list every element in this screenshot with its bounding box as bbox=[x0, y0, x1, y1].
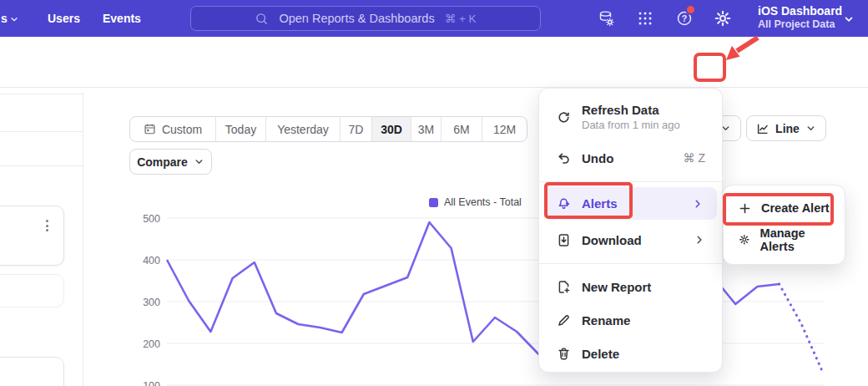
report-header bbox=[0, 37, 868, 88]
menu-divider bbox=[539, 263, 722, 264]
report-options-menu: Refresh Data Data from 1 min ago Undo ⌘ … bbox=[538, 88, 723, 373]
sidebar-row-divider bbox=[0, 131, 83, 132]
apps-grid-icon[interactable] bbox=[636, 9, 654, 28]
pencil-icon bbox=[557, 313, 571, 328]
chevron-right-icon bbox=[694, 234, 705, 246]
date-range-custom[interactable]: Custom bbox=[130, 117, 216, 141]
svg-text:500: 500 bbox=[143, 213, 160, 225]
legend-swatch bbox=[429, 198, 438, 207]
date-range-12m[interactable]: 12M bbox=[482, 117, 527, 141]
date-range-control: Custom Today Yesterday 7D 30D 3M 6M 12M bbox=[129, 116, 527, 142]
chevron-down-icon bbox=[843, 13, 855, 25]
undo-icon bbox=[557, 151, 571, 165]
menu-item-delete[interactable]: Delete bbox=[539, 338, 722, 369]
new-report-icon bbox=[557, 280, 571, 294]
chevron-down-icon bbox=[9, 14, 19, 24]
legend-item[interactable]: All Events - Total bbox=[429, 196, 522, 208]
submenu-item-create-alert[interactable]: Create Alert bbox=[724, 192, 845, 224]
notification-dot bbox=[685, 4, 696, 15]
sidebar-card[interactable] bbox=[0, 357, 64, 386]
app-window: s Users Events Open Reports & Dashboards… bbox=[0, 0, 868, 386]
project-name: iOS Dashboard bbox=[758, 4, 842, 18]
search-shortcut: ⌘ + K bbox=[445, 12, 477, 25]
date-range-yesterday[interactable]: Yesterday bbox=[266, 117, 341, 141]
gear-icon bbox=[739, 234, 750, 246]
alerts-submenu: Create Alert Manage Alerts bbox=[723, 185, 845, 265]
top-nav: s Users Events Open Reports & Dashboards… bbox=[0, 0, 868, 37]
project-scope: All Project Data bbox=[758, 18, 842, 31]
search-input[interactable]: Open Reports & Dashboards ⌘ + K bbox=[190, 6, 541, 31]
legend-label: All Events - Total bbox=[444, 196, 522, 208]
menu-item-download[interactable]: Download bbox=[539, 224, 722, 256]
svg-text:?: ? bbox=[682, 13, 687, 23]
calendar-icon bbox=[144, 123, 156, 135]
bell-plus-icon bbox=[557, 196, 571, 211]
date-range-7d[interactable]: 7D bbox=[341, 117, 372, 141]
menu-item-refresh-data[interactable]: Refresh Data Data from 1 min ago bbox=[539, 97, 722, 137]
refresh-sublabel: Data from 1 min ago bbox=[582, 119, 680, 132]
date-range-3m[interactable]: 3M bbox=[411, 117, 442, 141]
kebab-menu-icon[interactable] bbox=[43, 216, 52, 235]
menu-item-alerts[interactable]: Alerts bbox=[544, 187, 717, 220]
compare-button[interactable]: Compare bbox=[129, 149, 212, 175]
data-management-icon[interactable] bbox=[597, 9, 615, 28]
sidebar-card[interactable] bbox=[0, 274, 64, 307]
chevron-down-icon bbox=[805, 123, 816, 134]
svg-text:400: 400 bbox=[143, 255, 160, 267]
svg-text:300: 300 bbox=[143, 297, 160, 308]
project-switcher[interactable]: iOS Dashboard All Project Data bbox=[758, 4, 842, 31]
chevron-right-icon bbox=[692, 198, 704, 210]
sidebar-card[interactable] bbox=[0, 206, 64, 266]
sidebar-row-divider bbox=[0, 94, 83, 94]
refresh-icon bbox=[557, 110, 571, 124]
plus-icon bbox=[739, 202, 751, 215]
sidebar-divider bbox=[83, 92, 83, 386]
svg-text:100: 100 bbox=[143, 380, 160, 386]
svg-text:200: 200 bbox=[143, 338, 160, 350]
trash-icon bbox=[557, 347, 571, 361]
chevron-down-icon bbox=[194, 156, 204, 167]
undo-shortcut: ⌘ Z bbox=[684, 151, 705, 165]
menu-item-undo[interactable]: Undo ⌘ Z bbox=[539, 142, 722, 174]
sidebar-row-divider bbox=[0, 165, 83, 166]
chart-type-button[interactable]: Line bbox=[746, 115, 826, 141]
gear-icon[interactable] bbox=[714, 9, 732, 28]
search-placeholder: Open Reports & Dashboards bbox=[279, 12, 434, 25]
nav-item-partial[interactable]: s bbox=[1, 12, 8, 25]
download-icon bbox=[557, 233, 571, 247]
submenu-item-manage-alerts[interactable]: Manage Alerts bbox=[724, 224, 845, 256]
search-icon bbox=[255, 12, 269, 26]
menu-item-rename[interactable]: Rename bbox=[539, 304, 722, 336]
nav-item-events[interactable]: Events bbox=[103, 12, 141, 25]
date-range-30d[interactable]: 30D bbox=[372, 117, 411, 141]
date-range-today[interactable]: Today bbox=[216, 117, 266, 141]
date-range-6m[interactable]: 6M bbox=[442, 117, 482, 141]
menu-item-new-report[interactable]: New Report bbox=[539, 271, 722, 302]
nav-item-users[interactable]: Users bbox=[48, 12, 80, 25]
menu-divider bbox=[539, 181, 722, 182]
line-chart-icon bbox=[756, 122, 770, 135]
